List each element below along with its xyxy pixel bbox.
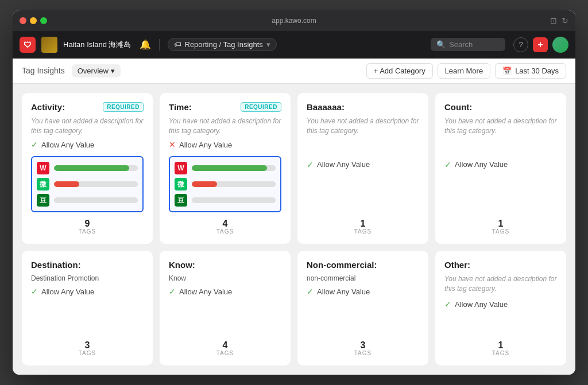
know-tags-label: TAGS [216, 350, 234, 356]
wechat-bar-fill [54, 181, 79, 187]
baaaaaa-tags-label: TAGS [354, 228, 372, 235]
page-title: Tag Insights [22, 66, 65, 75]
learn-more-button[interactable]: Learn More [438, 63, 490, 79]
app-window: app.kawo.com ⊡ ↻ 🛡 Haitan Island 海滩岛 🔔 🏷… [13, 10, 575, 375]
know-allow-any-value: ✓ Allow Any Value [169, 287, 281, 296]
breadcrumb-text: Reporting / Tag Insights [185, 40, 263, 49]
close-button[interactable] [20, 17, 26, 24]
search-label: Search [449, 40, 473, 49]
weibo-icon: W [37, 162, 49, 174]
other-tags-count: 1 [498, 341, 504, 350]
baaaaaa-tags-count: 1 [361, 219, 366, 228]
overview-tab-label: Overview [78, 67, 109, 75]
required-badge: REQUIRED [241, 102, 281, 112]
activity-tags-label: TAGS [79, 228, 96, 235]
non-commercial-allow-any-value: ✓ Allow Any Value [307, 287, 419, 296]
maximize-button[interactable] [40, 17, 47, 24]
sub-nav: Tag Insights Overview ▾ + Add Category L… [13, 59, 575, 84]
douban-bar-row: 豆 [175, 194, 276, 207]
destination-card-title: Destination: [31, 260, 81, 270]
baaaaaa-card[interactable]: Baaaaaa: You have not added a descriptio… [297, 93, 428, 244]
add-category-label: + Add Category [374, 67, 425, 75]
count-card-header: Count: [444, 102, 557, 112]
last-30-days-button[interactable]: 📅 Last 30 Days [495, 63, 566, 79]
wechat-bar-container [54, 181, 138, 187]
activity-allow-any-value: ✓ Allow Any Value [31, 140, 144, 149]
title-bar: app.kawo.com ⊡ ↻ [13, 10, 575, 31]
main-content: Activity: REQUIRED You have not added a … [13, 84, 575, 375]
help-button[interactable]: ? [513, 37, 528, 52]
breadcrumb-tag[interactable]: 🏷 Reporting / Tag Insights ▾ [168, 38, 277, 51]
app-logo[interactable]: 🛡 [20, 37, 36, 53]
other-allow-any-value: ✓ Allow Any Value [444, 300, 557, 309]
chevron-down-icon: ▾ [266, 40, 270, 49]
other-card[interactable]: Other: You have not added a description … [435, 251, 566, 365]
overview-tab[interactable]: Overview ▾ [72, 64, 121, 77]
weibo-bar-row: W [37, 162, 138, 174]
allow-any-value-label: Allow Any Value [455, 300, 508, 309]
wechat-bar-row: 微 [175, 178, 276, 190]
allow-any-value-label: Allow Any Value [455, 160, 508, 169]
baaaaaa-card-title: Baaaaaa: [307, 102, 345, 112]
time-card-desc: You have not added a description for thi… [169, 116, 281, 136]
count-tags-label: TAGS [492, 228, 509, 235]
window-title: app.kawo.com [272, 17, 316, 25]
check-icon: ✓ [444, 160, 451, 169]
activity-card-desc: You have not added a description for thi… [31, 116, 144, 136]
cards-row-1: Activity: REQUIRED You have not added a … [22, 93, 566, 244]
other-tags-label: TAGS [492, 350, 509, 356]
add-category-button[interactable]: + Add Category [366, 63, 433, 79]
help-icon: ? [519, 40, 523, 49]
destination-tags-count: 3 [85, 341, 90, 350]
time-card[interactable]: Time: REQUIRED You have not added a desc… [160, 93, 291, 244]
know-tags-count: 4 [223, 341, 228, 350]
count-card[interactable]: Count: You have not added a description … [435, 93, 566, 244]
know-card-value: Know [169, 274, 281, 282]
know-card[interactable]: Know: Know ✓ Allow Any Value 4 TAGS [160, 251, 291, 365]
know-card-header: Know: [169, 260, 281, 270]
notification-bell-icon[interactable]: 🔔 [140, 39, 151, 50]
time-allow-any-value: ✕ Allow Any Value [169, 140, 281, 149]
destination-card-value: Destination Promotion [31, 274, 144, 282]
check-icon: ✓ [31, 140, 38, 149]
non-commercial-card[interactable]: Non-commercial: non-commercial ✓ Allow A… [297, 251, 428, 365]
user-avatar[interactable] [552, 37, 568, 53]
know-card-footer: 4 TAGS [169, 341, 281, 356]
search-box[interactable]: 🔍 Search [431, 38, 505, 51]
know-card-title: Know: [169, 260, 195, 270]
activity-card[interactable]: Activity: REQUIRED You have not added a … [22, 93, 153, 244]
non-commercial-card-header: Non-commercial: [307, 260, 419, 270]
weibo-bar-row: W [175, 162, 276, 174]
non-commercial-card-value: non-commercial [307, 274, 419, 282]
sub-nav-actions: + Add Category Learn More 📅 Last 30 Days [366, 63, 566, 79]
wechat-bar-fill [192, 181, 217, 187]
add-button[interactable]: + [533, 37, 548, 52]
add-icon: + [537, 40, 543, 50]
baaaaaa-card-footer: 1 TAGS [307, 219, 419, 235]
activity-social-bars: W 微 豆 [31, 156, 144, 212]
time-card-footer: 4 TAGS [169, 219, 281, 235]
activity-tags-count: 9 [85, 219, 90, 228]
chevron-down-icon: ▾ [111, 67, 115, 75]
other-card-footer: 1 TAGS [444, 341, 557, 356]
nav-divider [159, 39, 160, 50]
cast-icon: ⊡ [550, 16, 557, 25]
minimize-button[interactable] [30, 17, 37, 24]
destination-tags-label: TAGS [79, 350, 96, 356]
check-icon: ✓ [307, 287, 314, 296]
allow-any-value-label: Allow Any Value [317, 160, 370, 169]
allow-any-value-label: Allow Any Value [41, 141, 94, 149]
nav-right-icons: ? + [513, 37, 568, 53]
time-tags-label: TAGS [216, 228, 234, 235]
account-name[interactable]: Haitan Island 海滩岛 [63, 40, 131, 50]
weibo-bar-container [192, 165, 276, 171]
title-bar-right: ⊡ ↻ [550, 16, 568, 25]
activity-card-footer: 9 TAGS [31, 219, 144, 235]
cards-row-2: Destination: Destination Promotion ✓ All… [22, 251, 566, 365]
destination-card[interactable]: Destination: Destination Promotion ✓ All… [22, 251, 153, 365]
allow-any-value-label: Allow Any Value [41, 287, 94, 296]
wechat-bar-row: 微 [37, 178, 138, 190]
activity-card-title: Activity: [31, 102, 65, 112]
non-commercial-card-title: Non-commercial: [307, 260, 377, 270]
check-icon: ✓ [307, 160, 314, 169]
